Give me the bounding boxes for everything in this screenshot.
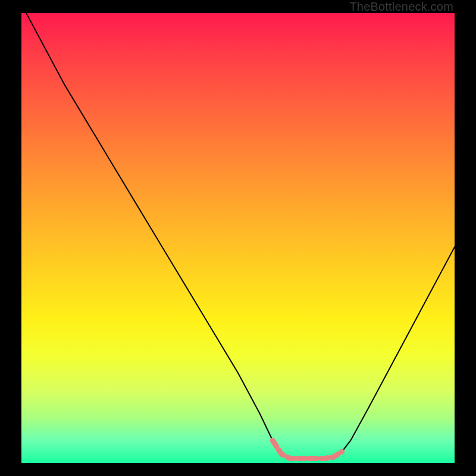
highlight-band — [273, 440, 342, 458]
watermark-text: TheBottleneck.com — [349, 0, 453, 14]
curve-path — [21, 4, 455, 459]
plot-area — [21, 13, 455, 463]
chart-frame: TheBottleneck.com — [0, 0, 476, 476]
curve-layer — [21, 13, 455, 463]
